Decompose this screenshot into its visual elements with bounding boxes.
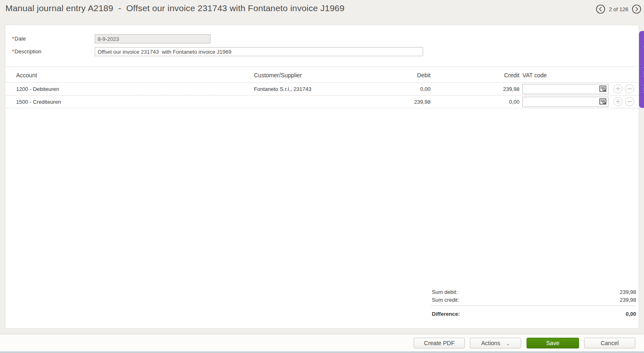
manual-journal-entry-page: Manual journal entry A2189 - Offset our … <box>0 0 644 353</box>
table-header-row: Account Customer/Supplier Debit Credit V… <box>5 67 639 83</box>
vat-lookup-button[interactable] <box>599 98 607 105</box>
actions-dropdown-button[interactable]: Actions⌄ <box>470 338 521 348</box>
difference-value: 0,00 <box>626 310 636 319</box>
date-field-row: *Date <box>5 34 639 43</box>
sum-credit-label: Sum credit: <box>432 296 459 304</box>
cell-debit: 0,00 <box>357 86 431 92</box>
cell-account: 1200 - Debiteuren <box>16 86 59 92</box>
totals-divider <box>431 305 636 306</box>
difference-row: Difference: 0,00 <box>432 310 636 319</box>
cell-account: 1500 - Crediteuren <box>16 99 61 105</box>
column-header-debit: Debit <box>357 72 431 79</box>
remove-row-button[interactable]: − <box>625 97 634 106</box>
page-title: Manual journal entry A2189 - Offset our … <box>5 3 345 13</box>
vat-code-field <box>522 84 608 94</box>
remove-row-button[interactable]: − <box>625 84 634 93</box>
save-button[interactable]: Save <box>527 338 579 348</box>
sum-debit-value: 239,98 <box>620 288 636 296</box>
column-header-customer: Customer/Supplier <box>254 72 302 79</box>
vat-code-field <box>522 97 608 107</box>
cell-debit: 239,98 <box>357 99 431 105</box>
difference-label: Difference: <box>432 310 460 319</box>
sum-credit-value: 239,98 <box>620 296 636 304</box>
sum-debit-row: Sum debit: 239,98 <box>432 288 636 296</box>
previous-record-button[interactable] <box>596 4 606 14</box>
description-input[interactable] <box>95 47 423 56</box>
chevron-down-icon: ⌄ <box>506 341 510 346</box>
date-label: *Date <box>12 34 26 43</box>
record-pager: 2 of 126 <box>596 4 642 14</box>
lookup-list-icon <box>599 86 607 93</box>
next-record-button[interactable] <box>632 4 642 14</box>
table-row: 1200 - Debiteuren Fontaneto S.r.l., 2317… <box>5 83 639 95</box>
column-header-account: Account <box>16 72 37 79</box>
cell-credit: 0,00 <box>460 99 520 105</box>
vat-lookup-button[interactable] <box>599 86 607 93</box>
cell-credit: 239,98 <box>460 86 520 92</box>
cancel-button[interactable]: Cancel <box>584 338 635 348</box>
description-label: *Description <box>12 47 41 56</box>
sum-debit-label: Sum debit: <box>432 288 457 296</box>
footer-action-bar: Create PDF Actions⌄ Save Cancel <box>0 334 644 351</box>
journal-entry-form-panel: *Date *Description Account Customer/Supp… <box>5 25 639 329</box>
table-row: 1500 - Crediteuren 239,98 0,00 <box>5 95 639 108</box>
chevron-left-icon <box>596 4 606 14</box>
chevron-right-icon <box>632 4 642 14</box>
help-side-tab[interactable]: Uitleg bij deze pagina <box>639 31 644 108</box>
column-header-vat-code: VAT code <box>522 72 547 79</box>
add-row-button[interactable]: + <box>613 97 622 106</box>
page-header: Manual journal entry A2189 - Offset our … <box>0 0 644 23</box>
vat-code-input[interactable] <box>523 97 598 107</box>
create-pdf-button[interactable]: Create PDF <box>414 338 465 348</box>
date-input[interactable] <box>95 34 211 43</box>
cell-customer: Fontaneto S.r.l., 231743 <box>254 86 311 92</box>
required-asterisk: * <box>12 36 14 42</box>
required-asterisk: * <box>12 48 14 55</box>
vat-code-input[interactable] <box>523 84 598 94</box>
description-field-row: *Description <box>5 47 639 56</box>
lookup-list-icon <box>599 98 607 105</box>
add-row-button[interactable]: + <box>613 84 622 93</box>
sum-credit-row: Sum credit: 239,98 <box>432 296 636 304</box>
bottom-edge-strip <box>0 351 644 353</box>
record-count: 2 of 126 <box>609 6 628 12</box>
column-header-credit: Credit <box>460 72 520 79</box>
